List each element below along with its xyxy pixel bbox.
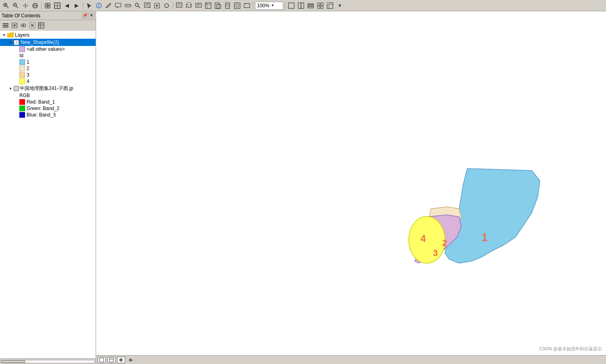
- back-btn[interactable]: ◀: [63, 1, 71, 10]
- map-btn-4[interactable]: [127, 357, 135, 363]
- legend-label-4: 4: [27, 79, 29, 84]
- shapefile-label: New_Shapefile(2): [20, 40, 60, 45]
- map-svg: 1 2 3 4: [96, 11, 606, 364]
- watermark: CSDN @逝水如流年轻往返染尘: [539, 346, 602, 352]
- toc-icons-bar: [0, 20, 96, 31]
- shapefile-checkbox[interactable]: [14, 40, 19, 45]
- svg-rect-21: [115, 3, 121, 7]
- toc-pin-btn[interactable]: 📌: [82, 13, 88, 19]
- print5-btn[interactable]: [213, 1, 222, 10]
- sep3: [173, 2, 173, 9]
- zoom-dropdown[interactable]: 100% ▼: [255, 2, 283, 10]
- map-btn-2[interactable]: [107, 357, 115, 363]
- svg-point-19: [98, 4, 99, 5]
- layers-expander[interactable]: ▼: [1, 32, 7, 38]
- add-data-btn[interactable]: [153, 1, 161, 10]
- view1-btn[interactable]: [287, 1, 296, 10]
- toc-selection-btn[interactable]: [28, 21, 36, 29]
- svg-rect-58: [244, 4, 250, 8]
- legend-color-red: [19, 99, 25, 105]
- svg-rect-14: [48, 6, 50, 8]
- map-btn-3[interactable]: [117, 357, 125, 363]
- zoom-in-btn[interactable]: [2, 1, 10, 10]
- view2-btn[interactable]: [297, 1, 305, 10]
- legend-green: Green: Band_2: [0, 105, 96, 112]
- print2-btn[interactable]: [184, 1, 193, 10]
- label-3: 3: [433, 248, 438, 258]
- svg-rect-40: [176, 3, 182, 7]
- zoom-rect-btn[interactable]: [53, 1, 62, 10]
- map-btn-1[interactable]: [98, 357, 106, 363]
- svg-rect-13: [45, 6, 47, 8]
- svg-rect-92: [130, 358, 131, 362]
- legend-label-green: Green: Band_2: [27, 106, 59, 111]
- svg-rect-65: [318, 3, 320, 5]
- china-checkbox[interactable]: [14, 86, 19, 91]
- svg-rect-12: [48, 3, 50, 5]
- markup-btn[interactable]: [104, 1, 113, 10]
- map-area[interactable]: 1 2 3 4 CSDN @逝水如流年轻往返染尘: [96, 11, 606, 364]
- toc-list-btn[interactable]: [2, 21, 10, 29]
- legend-3: 3: [0, 72, 96, 78]
- legend-label-all-other: <all other values>: [27, 46, 65, 52]
- layer-china-map[interactable]: ▼ 中国地理图集241-子图.jp: [0, 85, 96, 92]
- legend-1: 1: [0, 59, 96, 65]
- toc-scrollbar-thumb[interactable]: [1, 360, 25, 363]
- legend-color-blue: [19, 112, 25, 118]
- svg-rect-51: [215, 3, 219, 8]
- layers-folder-icon: [7, 32, 14, 38]
- print3-btn[interactable]: [194, 1, 203, 10]
- find-btn[interactable]: [133, 1, 142, 10]
- zoom-value: 100%: [257, 3, 270, 8]
- print6-btn[interactable]: [223, 1, 232, 10]
- svg-line-5: [16, 6, 18, 8]
- zoom-dropdown-arrow: ▼: [271, 4, 274, 7]
- zoom-full-btn[interactable]: [43, 1, 52, 10]
- toc-table-btn[interactable]: [37, 21, 45, 29]
- toc-scrollbar-track[interactable]: [1, 360, 95, 363]
- legend-id: Id: [19, 53, 23, 58]
- toc-content: ▼ Layers ▼ New_Shapefile(2) <all other v…: [0, 31, 96, 358]
- view3-btn[interactable]: [306, 1, 315, 10]
- editor-btn[interactable]: [162, 1, 171, 10]
- legend-label-2: 2: [27, 66, 29, 71]
- svg-point-77: [13, 24, 16, 27]
- legend-label-3: 3: [27, 72, 29, 78]
- view5-btn[interactable]: [326, 1, 334, 10]
- toc-scrollbar[interactable]: [0, 358, 96, 364]
- svg-rect-83: [38, 23, 44, 28]
- info-btn[interactable]: [94, 1, 103, 10]
- geocode-btn[interactable]: XY: [143, 1, 152, 10]
- forward-btn[interactable]: ▶: [72, 1, 81, 10]
- svg-point-7: [25, 5, 26, 6]
- toc-source-btn[interactable]: [10, 21, 19, 29]
- legend-id-label: Id: [0, 52, 96, 59]
- legend-color-1: [19, 59, 25, 65]
- legend-color-3: [19, 72, 25, 78]
- svg-line-1: [6, 6, 8, 8]
- toc-visibility-btn[interactable]: [19, 21, 27, 29]
- china-expander[interactable]: ▼: [7, 85, 14, 92]
- measure-btn[interactable]: [123, 1, 132, 10]
- pan-btn[interactable]: [21, 1, 30, 10]
- more-btn[interactable]: ▾: [335, 1, 344, 10]
- svg-rect-93: [132, 360, 132, 361]
- layer-new-shapefile[interactable]: ▼ New_Shapefile(2): [0, 39, 96, 46]
- toc-header-buttons: 📌 ✕: [82, 13, 94, 19]
- print1-btn[interactable]: [175, 1, 184, 10]
- print4-btn[interactable]: [204, 1, 213, 10]
- legend-color-4: [19, 79, 25, 84]
- china-label: 中国地理图集241-子图.jp: [20, 85, 73, 92]
- print7-btn[interactable]: [233, 1, 242, 10]
- toc-close-btn[interactable]: ✕: [88, 13, 94, 19]
- globe-btn[interactable]: [31, 1, 40, 10]
- zoom-out-btn[interactable]: [11, 1, 20, 10]
- view4-btn[interactable]: [316, 1, 325, 10]
- layers-root[interactable]: ▼ Layers: [0, 31, 96, 39]
- select-btn[interactable]: [85, 1, 94, 10]
- print8-btn[interactable]: [242, 1, 251, 10]
- callout-btn[interactable]: [114, 1, 123, 10]
- shapefile-expander[interactable]: ▼: [7, 39, 14, 46]
- sep2: [83, 2, 83, 9]
- svg-rect-44: [187, 3, 190, 5]
